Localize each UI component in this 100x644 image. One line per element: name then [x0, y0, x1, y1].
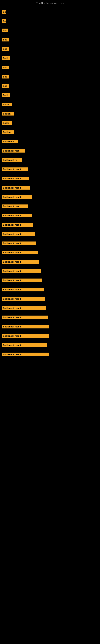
list-item: Bo: [2, 17, 100, 26]
bottleneck-label: Bottleneck resu: [2, 204, 28, 208]
list-item: Bottleneck result: [2, 276, 100, 285]
bottleneck-label: Bottlen: [2, 130, 14, 134]
bottleneck-label: Bottleneck result: [2, 297, 45, 301]
list-item: Bottleneck result: [2, 193, 100, 202]
list-item: Bottleneck result: [2, 267, 100, 276]
bottleneck-label: Bo: [2, 19, 6, 23]
list-item: Bottle: [2, 119, 100, 128]
list-item: Bottleneck result: [2, 304, 100, 313]
list-item: Bottleneck result: [2, 322, 100, 332]
list-item: Bottl: [2, 91, 100, 100]
list-item: Bottle: [2, 100, 100, 110]
site-title: TheBottlenecker.com: [0, 0, 100, 6]
bottleneck-label: Bottl: [2, 56, 10, 60]
bottleneck-label: Bottleneck result: [2, 223, 33, 226]
list-item: Bottleneck result: [2, 211, 100, 220]
list-item: Bott: [2, 36, 100, 45]
bottleneck-label: Bottleneck result: [2, 269, 41, 273]
bottleneck-label: Bottlen: [2, 112, 14, 116]
list-item: Bo: [2, 8, 100, 17]
list-item: Bottleneck result: [2, 220, 100, 230]
list-item: Bottleneck result: [2, 313, 100, 322]
bottleneck-label: Bott: [2, 38, 9, 42]
bottleneck-label: Bottleneck result: [2, 334, 49, 338]
bottleneck-label: Bott: [2, 47, 9, 51]
list-item: Bottleneck result: [2, 248, 100, 258]
bottleneck-label: Bottleneck result: [2, 251, 38, 254]
list-item: Bottleneck result: [2, 184, 100, 193]
list-item: Bott: [2, 45, 100, 54]
bottleneck-label: Bottleneck re: [2, 158, 22, 162]
list-item: Bott: [2, 82, 100, 91]
list-item: Bottl: [2, 54, 100, 63]
list-item: Bottleneck resu: [2, 202, 100, 211]
bottleneck-label: Bottleneck result: [2, 352, 49, 356]
bottleneck-label: Bottleneck: [2, 140, 18, 143]
bottleneck-label: Bottleneck result: [2, 186, 30, 190]
list-item: Bottleneck result: [2, 285, 100, 295]
list-item: Bottleneck result: [2, 332, 100, 341]
bottleneck-label: Bottleneck result: [2, 232, 35, 236]
list-item: Bottleneck result: [2, 258, 100, 267]
list-item: Bottleneck result: [2, 341, 100, 350]
list-item: Bottleneck result: [2, 165, 100, 174]
bottleneck-label: Bottleneck result: [2, 168, 28, 171]
bottleneck-label: Bottleneck result: [2, 214, 32, 217]
list-item: Bottleneck result: [2, 350, 100, 360]
bottleneck-label: Bottleneck result: [2, 242, 36, 245]
bottleneck-label: Bottleneck result: [2, 278, 42, 282]
bottleneck-label: Bottleneck result: [2, 316, 48, 319]
site-title-bar: TheBottlenecker.com: [0, 0, 100, 6]
bottleneck-label: Bottle: [2, 103, 12, 106]
list-item: Bottlen: [2, 110, 100, 119]
list-item: Bottleneck: [2, 137, 100, 146]
bottleneck-label: Bottleneck result: [2, 343, 47, 347]
list-item: Bottleneck result: [2, 174, 100, 184]
list-item: Bot: [2, 26, 100, 36]
bottleneck-label: Bottleneck result: [2, 306, 46, 310]
bottleneck-label: Bo: [2, 10, 6, 14]
bottleneck-label: Bottleneck result: [2, 325, 49, 328]
bottleneck-label: Bottleneck result: [2, 260, 39, 264]
bottleneck-label: Bott: [2, 66, 9, 69]
bottleneck-label: Bottle: [2, 121, 12, 125]
bottleneck-label: Bottleneck result: [2, 195, 32, 199]
bottleneck-label: Bott: [2, 75, 9, 78]
bottleneck-label: Bott: [2, 84, 9, 88]
list-item: Bottleneck resu: [2, 146, 100, 156]
list-item: Bottleneck result: [2, 239, 100, 248]
list-item: Bottleneck result: [2, 230, 100, 239]
bottleneck-label: Bottleneck resu: [2, 149, 25, 152]
bottleneck-label: Bottl: [2, 94, 10, 97]
list-item: Bottlen: [2, 128, 100, 137]
list-item: Bottleneck result: [2, 295, 100, 304]
list-item: Bottleneck re: [2, 156, 100, 165]
bottleneck-label: Bottleneck result: [2, 177, 29, 180]
list-item: Bott: [2, 72, 100, 82]
bottleneck-label: Bot: [2, 28, 8, 32]
bottleneck-label: Bottleneck result: [2, 288, 44, 292]
rows-container: BoBoBotBottBottBottlBottBottBottBottlBot…: [0, 6, 100, 362]
list-item: Bott: [2, 63, 100, 72]
